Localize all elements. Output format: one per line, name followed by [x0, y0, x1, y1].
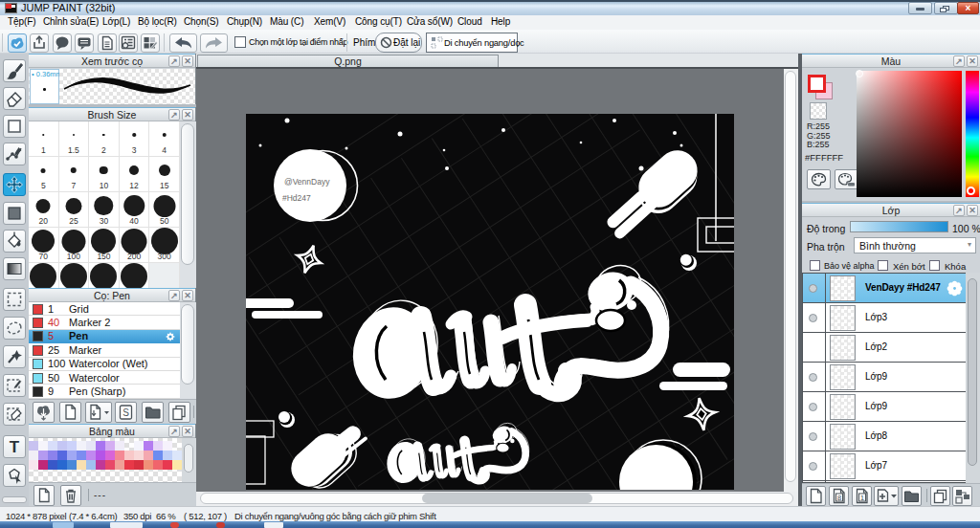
- svg-text:T: T: [10, 438, 20, 456]
- svg-text:#Hd247: #Hd247: [282, 193, 311, 203]
- svg-text:1: 1: [860, 494, 865, 502]
- svg-text:@VennDayy: @VennDayy: [284, 177, 330, 187]
- svg-text:S: S: [122, 407, 129, 418]
- svg-text:8: 8: [837, 494, 842, 502]
